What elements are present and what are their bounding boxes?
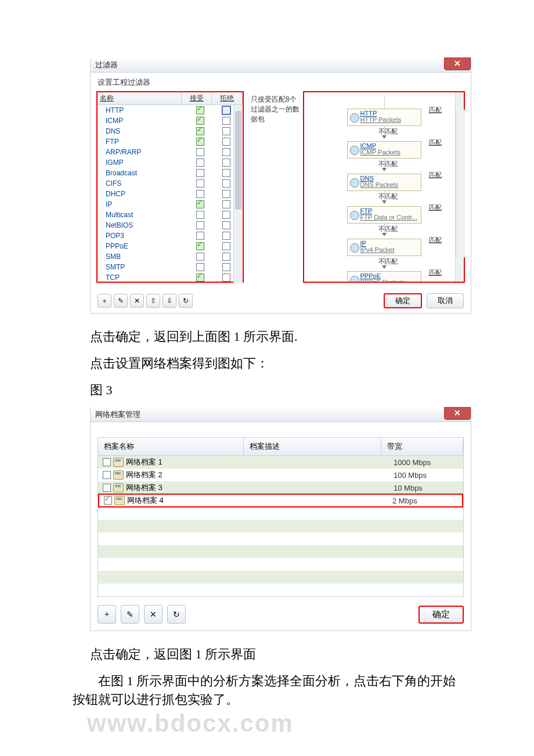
col-name[interactable]: 名称 [98, 92, 182, 105]
toolbar-button-5[interactable]: ↻ [179, 294, 193, 308]
profile-checkbox[interactable] [103, 484, 111, 492]
profile-row[interactable]: 网络档案 11000 Mbps [98, 456, 463, 469]
col-profile-name[interactable]: 档案名称 [98, 438, 244, 456]
flow-node-http[interactable]: HTTPHTTP Packets匹配不匹配 [347, 109, 421, 126]
filter-row-ftp[interactable]: FTP [98, 136, 243, 147]
filter-row-tcp[interactable]: TCP [98, 272, 243, 283]
accept-checkbox[interactable] [196, 273, 204, 282]
reject-checkbox[interactable] [222, 221, 230, 229]
toolbar-button-1[interactable]: ✎ [114, 294, 128, 308]
filter-row-arp/rarp[interactable]: ARP/RARP [98, 147, 243, 157]
filter-row-broadcast[interactable]: Broadcast [98, 168, 243, 178]
accept-checkbox[interactable] [196, 253, 204, 261]
filter-dialog: 过滤器 ✕ 设置工程过滤器 名称 接受 拒绝 HTTPICMPDNSFTPARP… [90, 58, 471, 314]
reject-checkbox[interactable] [222, 253, 230, 261]
flow-node-dns[interactable]: DNSDNS Packets匹配不匹配 [347, 174, 421, 191]
close-button[interactable]: ✕ [444, 407, 471, 420]
ok-button[interactable]: 确定 [384, 293, 422, 308]
filter-row-smtp[interactable]: SMTP [98, 262, 243, 272]
reject-checkbox[interactable] [222, 138, 230, 146]
profile-row[interactable]: 网络档案 310 Mbps [98, 481, 463, 494]
cancel-button[interactable]: 取消 [427, 293, 464, 308]
accept-checkbox[interactable] [196, 159, 204, 167]
reject-checkbox[interactable] [222, 159, 230, 167]
profile-row[interactable]: 网络档案 2100 Mbps [98, 469, 463, 481]
filter-row-dhcp[interactable]: DHCP [98, 189, 243, 199]
accept-checkbox[interactable] [196, 127, 204, 135]
filter-row-cifs[interactable]: CIFS [98, 178, 243, 189]
profile-icon [114, 496, 125, 505]
accept-checkbox[interactable] [196, 169, 204, 177]
reject-checkbox[interactable] [222, 200, 230, 208]
accept-checkbox[interactable] [196, 106, 204, 114]
filter-name: DNS [98, 127, 187, 135]
reject-checkbox[interactable] [222, 211, 230, 219]
col-bandwidth[interactable]: 带宽 [381, 438, 463, 456]
toolbar-button-4[interactable]: ⇩ [163, 294, 176, 308]
ok-button[interactable]: 确定 [418, 606, 464, 624]
accept-checkbox[interactable] [196, 263, 204, 271]
flow-node-ftp[interactable]: FTPFTP Data or Contr...匹配不匹配 [347, 206, 421, 224]
accept-checkbox[interactable] [196, 148, 204, 156]
dialog-titlebar[interactable]: 过滤器 ✕ [91, 58, 471, 73]
accept-checkbox[interactable] [196, 138, 204, 146]
filter-flow-pane: HTTPHTTP Packets匹配不匹配ICMPICMP Packets匹配不… [303, 91, 465, 283]
close-button[interactable]: ✕ [444, 57, 471, 70]
filter-toolbar: ＋✎✕⇧⇩↻ [98, 294, 193, 308]
filter-row-pop3[interactable]: POP3 [98, 231, 243, 241]
reject-checkbox[interactable] [222, 232, 230, 240]
accept-checkbox[interactable] [196, 117, 204, 125]
reject-checkbox[interactable] [222, 169, 230, 177]
profile-row[interactable]: 网络档案 42 Mbps [98, 494, 463, 507]
profile-checkbox[interactable] [103, 458, 111, 466]
filter-row-netbios[interactable]: NetBIOS [98, 220, 243, 231]
toolbar-button-0[interactable]: ＋ [98, 294, 111, 308]
filter-name: SMTP [98, 263, 187, 271]
toolbar-button-3[interactable]: ↻ [167, 605, 186, 624]
col-profile-desc[interactable]: 档案描述 [244, 438, 381, 456]
flow-node-icmp[interactable]: ICMPICMP Packets匹配不匹配 [347, 141, 421, 159]
empty-row [98, 584, 463, 596]
toolbar-button-2[interactable]: ✕ [130, 294, 144, 308]
accept-checkbox[interactable] [196, 200, 204, 208]
accept-checkbox[interactable] [196, 179, 204, 188]
filter-row-igmp[interactable]: IGMP [98, 157, 243, 168]
reject-checkbox[interactable] [222, 190, 230, 198]
filter-list-scrollbar[interactable] [233, 105, 243, 283]
reject-checkbox[interactable] [222, 148, 230, 156]
filter-row-smb[interactable]: SMB [98, 251, 243, 262]
toolbar-button-2[interactable]: ✕ [144, 605, 163, 624]
accept-checkbox[interactable] [196, 221, 204, 229]
reject-checkbox[interactable] [222, 127, 230, 135]
toolbar-button-0[interactable]: ＋ [98, 605, 116, 624]
accept-checkbox[interactable] [196, 211, 204, 219]
toolbar-button-3[interactable]: ⇧ [146, 294, 160, 308]
reject-checkbox[interactable] [222, 273, 230, 282]
filter-row-dns[interactable]: DNS [98, 126, 243, 136]
filter-row-multicast[interactable]: Multicast [98, 210, 243, 220]
filter-row-ip[interactable]: IP [98, 199, 243, 210]
reject-checkbox[interactable] [222, 263, 230, 271]
filter-row-icmp[interactable]: ICMP [98, 116, 243, 126]
accept-checkbox[interactable] [196, 232, 204, 240]
dialog-title: 过滤器 [95, 60, 118, 69]
toolbar-button-1[interactable]: ✎ [121, 605, 139, 624]
filter-row-pppoe[interactable]: PPPoE [98, 241, 243, 251]
profile-checkbox[interactable] [104, 496, 112, 505]
accept-checkbox[interactable] [196, 190, 204, 198]
profile-checkbox[interactable] [103, 471, 111, 479]
filter-row-http[interactable]: HTTP [98, 105, 243, 116]
dialog-titlebar[interactable]: 网络档案管理 ✕ [91, 408, 471, 422]
reject-checkbox[interactable] [222, 106, 230, 114]
dialog-scrollbar[interactable] [456, 110, 465, 257]
nomatch-label: 不匹配 [378, 225, 398, 233]
reject-checkbox[interactable] [222, 179, 230, 188]
col-reject[interactable]: 拒绝 [212, 92, 243, 105]
col-accept[interactable]: 接受 [182, 92, 212, 105]
flow-node-ip[interactable]: IPIPv4 Packet匹配不匹配 [347, 239, 421, 256]
accept-checkbox[interactable] [196, 242, 204, 250]
match-label: 匹配 [429, 268, 442, 277]
reject-checkbox[interactable] [222, 117, 230, 125]
flow-node-pppoe[interactable]: PPPoEPPPoE Packets匹配不匹配 [347, 271, 421, 283]
reject-checkbox[interactable] [222, 242, 230, 250]
